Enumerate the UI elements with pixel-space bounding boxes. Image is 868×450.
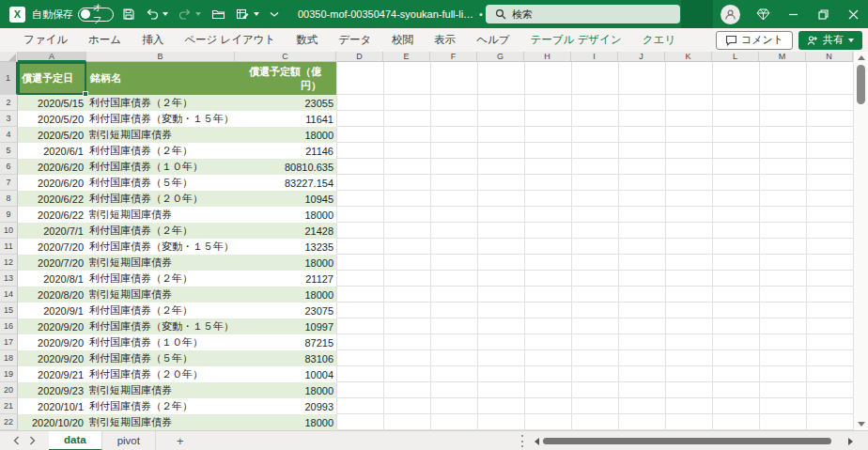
ribbon-tab-10[interactable]: クエリ xyxy=(632,28,686,52)
ribbon-tab-3[interactable]: ページ レイアウト xyxy=(174,28,286,52)
row-header-15[interactable]: 15 xyxy=(0,303,18,318)
sheet-next-icon[interactable] xyxy=(29,436,36,445)
cell-name[interactable]: 利付国庫債券（５年） xyxy=(86,351,235,365)
cell-date[interactable]: 2020/5/15 xyxy=(18,98,86,109)
cell-name[interactable]: 割引短期国庫債券 xyxy=(86,256,235,270)
redo-button[interactable] xyxy=(177,4,203,24)
sheet-prev-icon[interactable] xyxy=(13,436,20,445)
row-header-18[interactable]: 18 xyxy=(0,350,18,366)
cell-amount[interactable]: 18000 xyxy=(235,289,336,301)
cell-name[interactable]: 利付国庫債券（２年） xyxy=(86,224,235,238)
row-header-17[interactable]: 17 xyxy=(0,334,18,350)
cell-date[interactable]: 2020/10/1 xyxy=(18,401,86,412)
cell-name[interactable]: 利付国庫債券（２年） xyxy=(86,144,235,158)
share-button[interactable]: 共有 xyxy=(798,31,862,50)
account-area[interactable] xyxy=(681,0,713,28)
column-header-J[interactable]: J xyxy=(618,52,665,62)
cell-date[interactable]: 2020/6/22 xyxy=(18,209,86,221)
comments-button[interactable]: コメント xyxy=(716,31,793,50)
cell-date[interactable]: 2020/10/20 xyxy=(18,417,86,428)
row-header-3[interactable]: 3 xyxy=(0,111,18,127)
horizontal-scrollbar-thumb[interactable] xyxy=(543,438,831,444)
column-header-E[interactable]: E xyxy=(383,52,430,62)
cell-date[interactable]: 2020/9/20 xyxy=(18,337,86,349)
undo-button[interactable] xyxy=(144,4,170,24)
horizontal-scrollbar[interactable] xyxy=(543,437,845,445)
autosave-toggle[interactable]: 自動保存 オフ xyxy=(32,8,114,22)
cell-date[interactable]: 2020/6/1 xyxy=(18,146,86,157)
cell-date[interactable]: 2020/9/1 xyxy=(18,305,86,317)
cell-name[interactable]: 利付国庫債券（変動・１５年） xyxy=(86,112,235,126)
cell-amount[interactable]: 23055 xyxy=(235,98,336,109)
redo-dropdown-caret[interactable] xyxy=(195,12,201,16)
search-input[interactable]: 検索 xyxy=(486,5,680,23)
premium-gem-button[interactable] xyxy=(748,0,778,28)
cell-amount[interactable]: 10997 xyxy=(235,321,336,333)
column-header-G[interactable]: G xyxy=(477,52,524,62)
undo-dropdown-caret[interactable] xyxy=(163,12,168,16)
account-avatar[interactable] xyxy=(721,5,740,24)
ribbon-tab-7[interactable]: 表示 xyxy=(424,28,466,52)
row-header-1[interactable]: 1 xyxy=(0,62,18,95)
cell-date[interactable]: 2020/7/20 xyxy=(18,257,86,269)
fill-handle[interactable] xyxy=(83,91,88,97)
cell-name[interactable]: 利付国庫債券（５年） xyxy=(86,176,235,190)
row-header-16[interactable]: 16 xyxy=(0,318,18,334)
empty-cells-row1[interactable] xyxy=(336,62,853,95)
vertical-scrollbar[interactable] xyxy=(853,52,868,430)
column-header-H[interactable]: H xyxy=(524,52,571,62)
cell-amount[interactable]: 83227.154 xyxy=(235,178,336,189)
cell-date[interactable]: 2020/6/20 xyxy=(18,162,86,173)
minimize-button[interactable] xyxy=(778,0,808,28)
cell-date[interactable]: 2020/8/20 xyxy=(18,289,86,301)
add-sheet-button[interactable]: + xyxy=(156,434,205,448)
row-header-14[interactable]: 14 xyxy=(0,287,18,303)
cell-amount[interactable]: 10004 xyxy=(235,369,336,380)
open-file-button[interactable] xyxy=(209,4,227,24)
cell-name[interactable]: 利付国庫債券（２０年） xyxy=(86,367,235,381)
sheet-tab-pivot[interactable]: pivot xyxy=(102,431,156,450)
ribbon-tab-2[interactable]: 挿入 xyxy=(132,28,174,52)
column-header-F[interactable]: F xyxy=(430,52,477,62)
cell-date[interactable]: 2020/9/20 xyxy=(18,321,86,333)
row-header-8[interactable]: 8 xyxy=(0,191,18,207)
row-header-20[interactable]: 20 xyxy=(0,382,18,398)
cell-name[interactable]: 利付国庫債券（２年） xyxy=(86,96,235,110)
restore-button[interactable] xyxy=(808,0,838,28)
cell-date[interactable]: 2020/9/21 xyxy=(18,369,86,380)
excel-app-icon[interactable]: X xyxy=(9,7,25,23)
cell-name[interactable]: 利付国庫債券（２年） xyxy=(86,399,235,413)
cell-name[interactable]: 利付国庫債券（２０年） xyxy=(86,192,235,206)
cell-amount[interactable]: 80810.635 xyxy=(235,162,336,173)
column-header-C[interactable]: C xyxy=(235,52,336,62)
share-dropdown-caret[interactable] xyxy=(848,39,854,42)
toggle-switch-icon[interactable]: オフ xyxy=(78,8,114,22)
cell-name[interactable]: 利付国庫債券（２年） xyxy=(86,303,235,318)
cell-date[interactable]: 2020/8/1 xyxy=(18,273,86,285)
cell-date[interactable]: 2020/6/22 xyxy=(18,194,86,205)
cell-name[interactable]: 利付国庫債券（１０年） xyxy=(86,335,235,349)
cell-amount[interactable]: 21127 xyxy=(235,273,336,285)
scroll-up-icon[interactable] xyxy=(858,55,865,60)
close-button[interactable] xyxy=(838,0,868,28)
row-header-11[interactable]: 11 xyxy=(0,239,18,255)
ribbon-tab-9[interactable]: テーブル デザイン xyxy=(520,28,632,52)
cell-amount[interactable]: 10945 xyxy=(235,194,336,205)
row-header-4[interactable]: 4 xyxy=(0,127,18,143)
column-header-D[interactable]: D xyxy=(336,52,383,62)
empty-cells-area[interactable] xyxy=(336,95,853,430)
row-header-19[interactable]: 19 xyxy=(0,366,18,382)
row-header-12[interactable]: 12 xyxy=(0,255,18,271)
row-header-2[interactable]: 2 xyxy=(0,95,18,111)
column-header-N[interactable]: N xyxy=(806,52,853,62)
cell-amount[interactable]: 11641 xyxy=(235,114,336,125)
column-header-I[interactable]: I xyxy=(571,52,618,62)
column-header-B[interactable]: B xyxy=(86,52,235,62)
cell-name[interactable]: 割引短期国庫債券 xyxy=(86,208,235,222)
cell-amount[interactable]: 21428 xyxy=(235,225,336,237)
cell-date[interactable]: 2020/7/20 xyxy=(18,241,86,253)
cell-name[interactable]: 割引短期国庫債券 xyxy=(86,383,235,397)
ribbon-tab-0[interactable]: ファイル xyxy=(13,28,78,52)
cell-name[interactable]: 利付国庫債券（変動・１５年） xyxy=(86,319,235,334)
ribbon-tab-8[interactable]: ヘルプ xyxy=(466,28,519,52)
